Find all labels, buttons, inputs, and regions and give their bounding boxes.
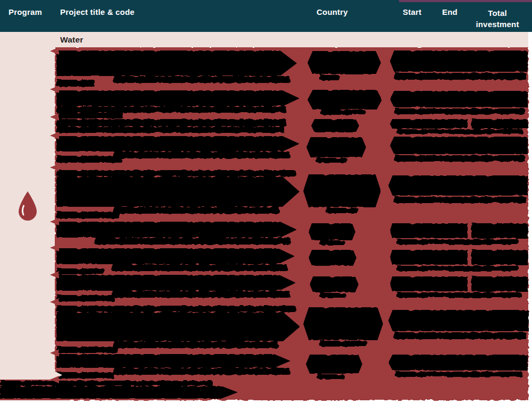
redacted-project-title <box>56 354 290 368</box>
redacted-dates-investment <box>390 137 528 154</box>
redacted-dates-investment <box>471 276 528 291</box>
redacted-project-title <box>56 306 296 312</box>
redacted-project-title <box>56 372 114 378</box>
redacted-country <box>306 355 362 374</box>
redacted-country <box>309 223 355 240</box>
accent-strip <box>399 0 532 2</box>
redacted-dates-investment <box>394 73 527 80</box>
redacted-project-title <box>56 170 296 176</box>
redacted-dates-investment <box>395 372 522 377</box>
redacted-country <box>315 158 347 163</box>
redacted-dates-investment <box>396 129 523 134</box>
redacted-project-title <box>112 264 287 271</box>
redacted-project-title <box>56 127 284 133</box>
column-header-end: End <box>442 7 458 16</box>
table-header: Program Project title & code Country Sta… <box>0 0 532 32</box>
redacted-dates-investment <box>394 155 525 162</box>
redacted-project-title <box>112 291 290 298</box>
redacted-project-title <box>56 295 115 301</box>
redacted-footnote <box>0 386 238 399</box>
redacted-project-title <box>113 207 279 214</box>
redacted-project-title <box>113 76 290 83</box>
redacted-dates-investment <box>396 239 519 245</box>
redacted-dates-investment <box>390 50 528 72</box>
redacted-country <box>303 174 381 207</box>
redacted-project-title <box>56 268 104 274</box>
redacted-dates-investment <box>471 250 528 265</box>
column-header-program: Program <box>9 7 42 16</box>
redacted-project-title <box>56 80 95 87</box>
redacted-country <box>320 110 365 115</box>
redacted-project-title <box>113 152 290 158</box>
redacted-footnote <box>0 381 213 386</box>
redacted-project-title <box>56 50 297 76</box>
water-drop-icon <box>17 191 38 223</box>
column-header-country: Country <box>317 7 348 16</box>
column-header-total-investment: Total investment <box>468 7 527 30</box>
redacted-dates-investment <box>394 108 525 114</box>
redacted-country <box>307 51 381 74</box>
redacted-project-title <box>56 112 123 119</box>
redacted-dates-investment <box>388 310 529 331</box>
redacted-project-title <box>56 156 122 163</box>
redacted-country <box>317 374 344 379</box>
redacted-dates-investment <box>471 223 528 238</box>
redacted-country <box>319 293 346 298</box>
redacted-project-title <box>113 341 278 348</box>
redacted-dates-investment <box>394 332 527 339</box>
redacted-project-title <box>56 347 118 353</box>
redacted-dates-investment <box>390 223 468 238</box>
redacted-project-title <box>56 222 297 238</box>
redacted-dates-investment <box>388 175 528 196</box>
report-table-page: Water Program Project title & code Count… <box>0 0 532 404</box>
redacted-project-title <box>56 90 300 106</box>
redacted-country <box>319 341 367 347</box>
redacted-country <box>309 250 356 266</box>
redacted-project-title <box>56 136 300 152</box>
redacted-dates-investment <box>396 266 519 271</box>
redacted-project-title <box>95 238 290 245</box>
redacted-country <box>307 90 382 110</box>
redacted-dates-investment <box>396 292 521 298</box>
redacted-country <box>326 208 359 213</box>
redacted-country <box>310 276 359 292</box>
redacted-project-title <box>56 176 300 207</box>
redacted-project-title <box>56 248 295 264</box>
redacted-dates-investment <box>471 119 528 129</box>
redacted-dates-investment <box>388 355 528 371</box>
redacted-country <box>319 75 339 80</box>
redacted-project-title <box>56 212 119 218</box>
redacted-project-title <box>56 312 300 341</box>
redacted-dates-investment <box>394 197 527 203</box>
redacted-dates-investment <box>390 250 468 265</box>
redacted-project-title <box>113 368 290 375</box>
column-header-start: Start <box>403 7 421 16</box>
redacted-dates-investment <box>390 91 528 107</box>
column-header-project-title: Project title & code <box>60 7 135 16</box>
redacted-dates-investment <box>390 119 468 129</box>
section-title: Water <box>60 35 84 45</box>
redacted-country <box>303 307 383 340</box>
redacted-country <box>311 119 359 132</box>
redacted-project-title <box>56 275 296 291</box>
redacted-country <box>319 240 345 245</box>
redacted-dates-investment <box>390 276 468 291</box>
redacted-country <box>306 137 366 157</box>
redacted-project-title <box>56 119 286 127</box>
